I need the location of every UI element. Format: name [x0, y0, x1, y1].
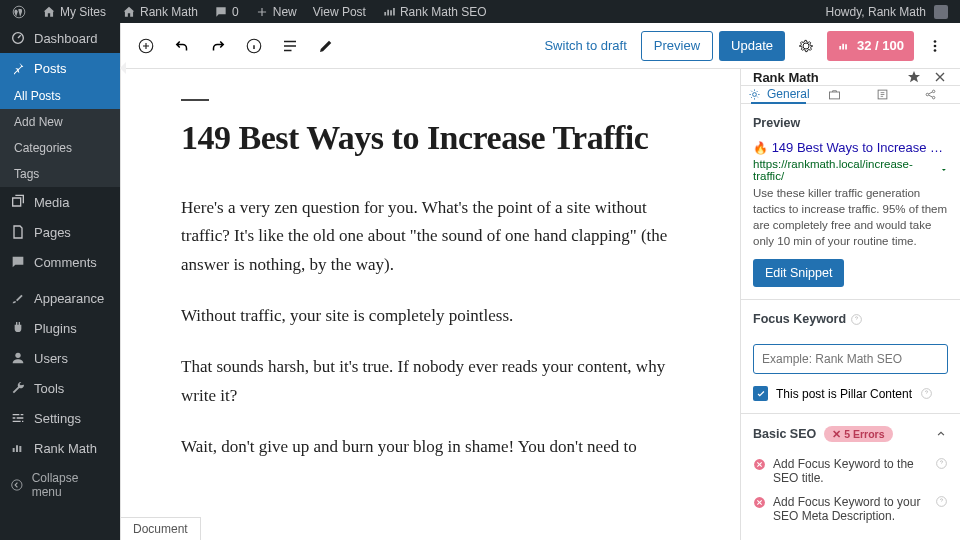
howdy-link[interactable]: Howdy, Rank Math [820, 5, 954, 19]
redo-icon [209, 37, 227, 55]
tab-advanced[interactable] [812, 86, 858, 102]
avatar [934, 5, 948, 19]
star-icon[interactable] [906, 69, 922, 85]
sidebar-item-rank-math[interactable]: Rank Math [0, 433, 120, 463]
sidebar-item-dashboard[interactable]: Dashboard [0, 23, 120, 53]
fire-icon: 🔥 [753, 141, 768, 155]
dashboard-icon [10, 30, 26, 46]
plug-icon [10, 320, 26, 336]
paragraph[interactable]: That sounds harsh, but it's true. If nob… [181, 353, 680, 411]
sidebar-sub-all-posts[interactable]: All Posts [0, 83, 120, 109]
tab-social[interactable] [908, 86, 954, 102]
collapse-menu[interactable]: Collapse menu [0, 463, 120, 507]
sidebar-item-posts[interactable]: Posts [0, 53, 120, 83]
new-link[interactable]: New [249, 5, 303, 19]
sidebar-sub-categories[interactable]: Categories [0, 135, 120, 161]
basic-seo-section: Basic SEO ✕ 5 Errors Add Focus Keyword t… [741, 414, 960, 540]
comments-link[interactable]: 0 [208, 5, 245, 19]
comment-icon [214, 5, 228, 19]
page-icon [10, 224, 26, 240]
paragraph[interactable]: Without traffic, your site is completely… [181, 302, 680, 331]
svg-point-2 [15, 353, 20, 358]
svg-point-12 [927, 93, 930, 96]
sidebar-item-comments[interactable]: Comments [0, 247, 120, 277]
svg-rect-10 [830, 92, 840, 99]
help-icon[interactable] [935, 495, 948, 508]
sidebar-item-tools[interactable]: Tools [0, 373, 120, 403]
settings-button[interactable] [791, 31, 821, 61]
pillar-checkbox[interactable] [753, 386, 768, 401]
edit-snippet-button[interactable]: Edit Snippet [753, 259, 844, 287]
focus-keyword-label: Focus Keyword [753, 312, 948, 326]
serp-description: Use these killer traffic generation tact… [753, 185, 948, 249]
pencil-icon [317, 37, 335, 55]
svg-point-3 [12, 480, 22, 490]
seo-score-badge[interactable]: 32 / 100 [827, 31, 914, 61]
pillar-label: This post is Pillar Content [776, 387, 912, 401]
sidebar-item-pages[interactable]: Pages [0, 217, 120, 247]
tab-general[interactable]: General [747, 86, 810, 102]
info-button[interactable] [239, 31, 269, 61]
post-title[interactable]: 149 Best Ways to Increase Traffic [181, 117, 680, 160]
seo-check-item: Add Focus Keyword to your SEO Meta Descr… [753, 490, 948, 528]
sidebar-item-appearance[interactable]: Appearance [0, 283, 120, 313]
preview-button[interactable]: Preview [641, 31, 713, 61]
preview-section: Preview 🔥 149 Best Ways to Increase Traf… [741, 104, 960, 300]
paragraph[interactable]: Wait, don't give up and burn your blog i… [181, 433, 680, 462]
help-icon[interactable] [850, 313, 863, 326]
user-icon [10, 350, 26, 366]
site-link[interactable]: Rank Math [116, 5, 204, 19]
share-icon [923, 87, 938, 102]
caret-down-icon [940, 166, 948, 174]
close-icon[interactable] [932, 69, 948, 85]
sidebar-item-plugins[interactable]: Plugins [0, 313, 120, 343]
wp-logo[interactable] [6, 5, 32, 19]
focus-keyword-input[interactable] [753, 344, 948, 374]
undo-button[interactable] [167, 31, 197, 61]
editor-canvas[interactable]: 149 Best Ways to Increase Traffic Here's… [121, 69, 740, 540]
paragraph[interactable]: Here's a very zen question for you. What… [181, 194, 680, 281]
post-body[interactable]: Here's a very zen question for you. What… [181, 194, 680, 462]
chevron-up-icon [934, 427, 948, 441]
switch-draft-link[interactable]: Switch to draft [536, 38, 634, 53]
redo-button[interactable] [203, 31, 233, 61]
update-button[interactable]: Update [719, 31, 785, 61]
more-button[interactable] [920, 31, 950, 61]
svg-point-9 [753, 93, 757, 97]
sidebar-item-settings[interactable]: Settings [0, 403, 120, 433]
posts-submenu: All Posts Add New Categories Tags [0, 83, 120, 187]
error-icon [753, 496, 766, 509]
rm-seo-link[interactable]: Rank Math SEO [376, 5, 493, 19]
svg-point-14 [933, 96, 936, 99]
panel-tabs: General [741, 86, 960, 103]
brush-icon [10, 290, 26, 306]
sidebar-item-media[interactable]: Media [0, 187, 120, 217]
home-icon [42, 5, 56, 19]
sidebar-item-users[interactable]: Users [0, 343, 120, 373]
outline-button[interactable] [275, 31, 305, 61]
briefcase-icon [827, 87, 842, 102]
plus-icon [255, 5, 269, 19]
tab-schema[interactable] [860, 86, 906, 102]
sidebar-sub-add-new[interactable]: Add New [0, 109, 120, 135]
view-post-link[interactable]: View Post [307, 5, 372, 19]
svg-point-6 [934, 40, 937, 43]
more-icon [926, 37, 944, 55]
chart-icon [10, 440, 26, 456]
document-tab[interactable]: Document [121, 517, 201, 540]
my-sites-link[interactable]: My Sites [36, 5, 112, 19]
serp-url: https://rankmath.local/increase-traffic/ [753, 158, 948, 182]
edit-button[interactable] [311, 31, 341, 61]
list-icon [281, 37, 299, 55]
svg-point-13 [933, 90, 936, 93]
help-icon[interactable] [935, 457, 948, 470]
comment-icon [10, 254, 26, 270]
pin-icon [10, 60, 26, 76]
help-icon[interactable] [920, 387, 933, 400]
serp-title: 🔥 149 Best Ways to Increase Traffi… [753, 140, 948, 155]
preview-label: Preview [753, 116, 948, 130]
sidebar-sub-tags[interactable]: Tags [0, 161, 120, 187]
add-block-button[interactable] [131, 31, 161, 61]
panel-header: Rank Math [741, 69, 960, 86]
basic-seo-toggle[interactable]: Basic SEO ✕ 5 Errors [753, 426, 948, 442]
